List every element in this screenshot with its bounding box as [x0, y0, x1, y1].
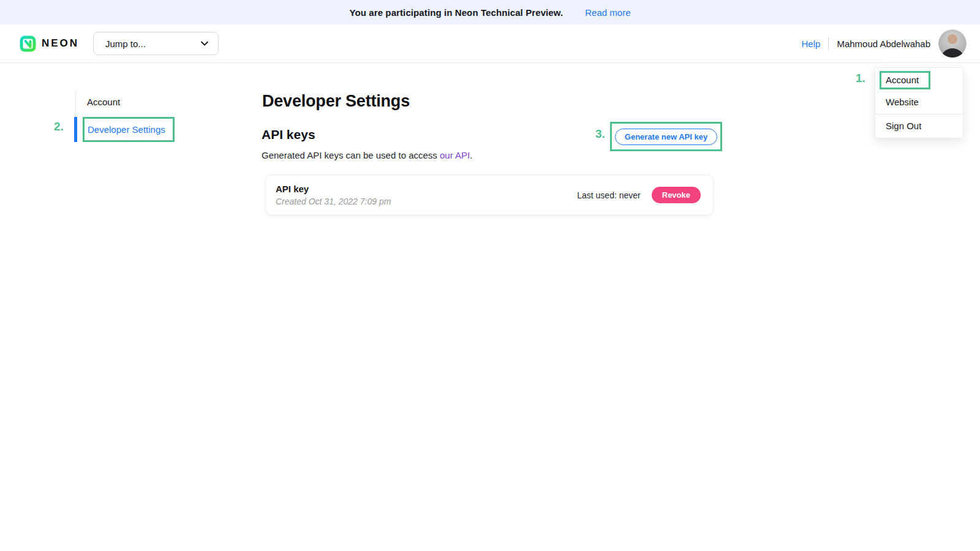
menu-item-signout-label: Sign Out: [886, 121, 921, 131]
sidebar-active-indicator: [74, 117, 77, 142]
neon-wordmark: NEON: [42, 37, 79, 50]
app-root: You are participating in Neon Technical …: [0, 0, 980, 551]
neon-logo-icon: [20, 36, 36, 52]
header-right: Help Mahmoud Abdelwahab: [802, 24, 967, 62]
menu-item-account[interactable]: Account: [875, 70, 963, 91]
generate-api-key-button[interactable]: Generate new API key: [615, 129, 717, 145]
revoke-button[interactable]: Revoke: [652, 187, 701, 203]
page-title: Developer Settings: [262, 92, 410, 111]
api-key-card: API key Created Oct 31, 2022 7:09 pm Las…: [265, 174, 714, 216]
jump-to-label: Jump to...: [105, 39, 146, 49]
chevron-down-icon: [200, 39, 209, 48]
user-name[interactable]: Mahmoud Abdelwahab: [837, 39, 930, 49]
account-highlight-box: Account: [880, 71, 930, 89]
help-link[interactable]: Help: [802, 39, 821, 49]
section-description: Generated API keys can be used to access…: [262, 150, 472, 160]
description-suffix: .: [470, 150, 472, 160]
avatar[interactable]: [938, 29, 967, 58]
menu-item-website-label: Website: [886, 97, 919, 107]
api-key-created: Created Oct 31, 2022 7:09 pm: [276, 197, 391, 206]
header-divider: [828, 37, 829, 50]
jump-to-select[interactable]: Jump to...: [93, 32, 219, 55]
api-key-actions: Last used: never Revoke: [577, 187, 701, 203]
read-more-link[interactable]: Read more: [585, 7, 630, 18]
developer-settings-highlight-box: Developer Settings: [83, 117, 175, 142]
sidebar-item-account[interactable]: Account: [87, 97, 120, 107]
banner-message: You are participating in Neon Technical …: [350, 7, 564, 18]
annotation-step-1: 1.: [856, 72, 865, 85]
user-dropdown-menu: Account Website Sign Out: [875, 67, 963, 138]
preview-banner: You are participating in Neon Technical …: [0, 0, 980, 24]
our-api-link[interactable]: our API: [440, 150, 470, 160]
api-key-last-used: Last used: never: [577, 190, 641, 200]
menu-item-account-label: Account: [886, 75, 919, 85]
app-header: NEON Jump to... Help Mahmoud Abdelwahab: [0, 24, 980, 63]
generate-highlight-box: Generate new API key: [610, 122, 722, 151]
description-text: Generated API keys can be used to access: [262, 150, 440, 160]
annotation-step-2: 2.: [54, 120, 64, 133]
api-key-name: API key: [276, 184, 391, 194]
menu-item-website[interactable]: Website: [875, 91, 963, 113]
neon-logo[interactable]: NEON: [20, 24, 79, 62]
section-title: API keys: [262, 127, 315, 142]
menu-item-signout[interactable]: Sign Out: [875, 114, 963, 132]
sidebar-item-developer-settings[interactable]: Developer Settings: [88, 124, 165, 135]
annotation-step-3: 3.: [595, 127, 605, 141]
api-key-info: API key Created Oct 31, 2022 7:09 pm: [276, 184, 391, 206]
